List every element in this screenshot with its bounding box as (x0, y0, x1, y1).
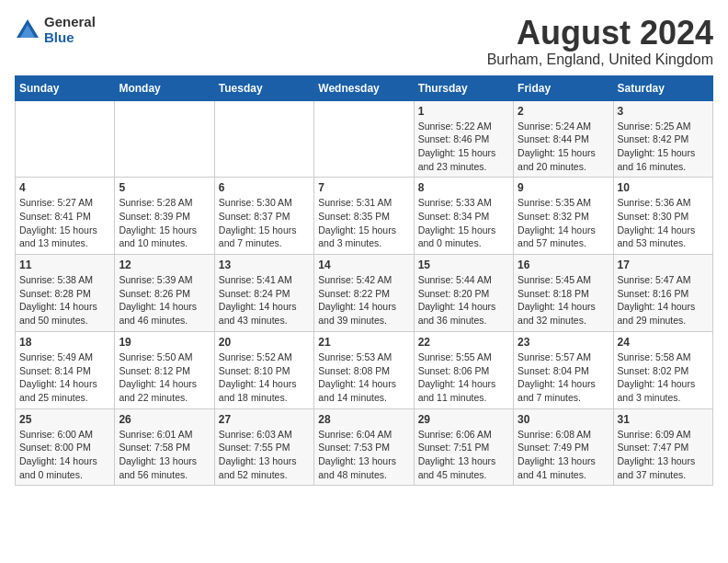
logo: General Blue (15, 15, 96, 45)
day-cell: 7Sunrise: 5:31 AM Sunset: 8:35 PM Daylig… (314, 178, 414, 255)
day-detail: Sunrise: 5:39 AM Sunset: 8:26 PM Dayligh… (119, 273, 210, 327)
header-cell-monday: Monday (115, 75, 214, 100)
day-number: 11 (19, 259, 110, 271)
day-detail: Sunrise: 6:06 AM Sunset: 7:51 PM Dayligh… (418, 428, 509, 482)
day-number: 15 (418, 259, 509, 271)
day-cell: 2Sunrise: 5:24 AM Sunset: 8:44 PM Daylig… (514, 100, 613, 178)
day-detail: Sunrise: 5:25 AM Sunset: 8:42 PM Dayligh… (618, 120, 709, 174)
day-cell: 17Sunrise: 5:47 AM Sunset: 8:16 PM Dayli… (613, 255, 712, 332)
header-cell-sunday: Sunday (16, 75, 115, 100)
day-cell: 5Sunrise: 5:28 AM Sunset: 8:39 PM Daylig… (115, 178, 214, 255)
day-detail: Sunrise: 5:53 AM Sunset: 8:08 PM Dayligh… (318, 350, 409, 405)
week-row-3: 11Sunrise: 5:38 AM Sunset: 8:28 PM Dayli… (16, 255, 713, 332)
location-subtitle: Burham, England, United Kingdom (487, 52, 713, 68)
day-cell: 18Sunrise: 5:49 AM Sunset: 8:14 PM Dayli… (16, 331, 115, 408)
day-cell: 14Sunrise: 5:42 AM Sunset: 8:22 PM Dayli… (314, 255, 414, 332)
header-cell-friday: Friday (514, 75, 613, 100)
day-cell: 21Sunrise: 5:53 AM Sunset: 8:08 PM Dayli… (314, 331, 414, 408)
logo-icon (15, 17, 40, 43)
day-detail: Sunrise: 6:09 AM Sunset: 7:47 PM Dayligh… (618, 428, 709, 482)
month-year-title: August 2024 (487, 15, 713, 52)
day-detail: Sunrise: 5:49 AM Sunset: 8:14 PM Dayligh… (19, 350, 110, 405)
day-cell: 15Sunrise: 5:44 AM Sunset: 8:20 PM Dayli… (414, 255, 513, 332)
day-detail: Sunrise: 5:47 AM Sunset: 8:16 PM Dayligh… (618, 273, 709, 327)
day-detail: Sunrise: 5:36 AM Sunset: 8:30 PM Dayligh… (618, 196, 709, 250)
day-cell: 26Sunrise: 6:01 AM Sunset: 7:58 PM Dayli… (115, 408, 214, 486)
day-cell: 8Sunrise: 5:33 AM Sunset: 8:34 PM Daylig… (414, 178, 513, 255)
day-detail: Sunrise: 5:35 AM Sunset: 8:32 PM Dayligh… (518, 196, 609, 250)
logo-general: General (44, 15, 96, 30)
day-cell (214, 100, 313, 178)
day-number: 22 (418, 336, 509, 349)
title-block: August 2024 Burham, England, United King… (487, 15, 713, 68)
day-detail: Sunrise: 5:50 AM Sunset: 8:12 PM Dayligh… (119, 350, 210, 405)
day-number: 23 (518, 336, 609, 349)
page-header: General Blue August 2024 Burham, England… (15, 15, 713, 68)
day-detail: Sunrise: 5:31 AM Sunset: 8:35 PM Dayligh… (318, 196, 409, 250)
header-cell-wednesday: Wednesday (314, 75, 414, 100)
day-cell: 13Sunrise: 5:41 AM Sunset: 8:24 PM Dayli… (214, 255, 313, 332)
day-cell: 22Sunrise: 5:55 AM Sunset: 8:06 PM Dayli… (414, 331, 513, 408)
day-cell: 28Sunrise: 6:04 AM Sunset: 7:53 PM Dayli… (314, 408, 414, 486)
day-number: 18 (19, 336, 110, 349)
day-cell: 31Sunrise: 6:09 AM Sunset: 7:47 PM Dayli… (613, 408, 712, 486)
day-number: 26 (119, 413, 210, 426)
day-detail: Sunrise: 6:04 AM Sunset: 7:53 PM Dayligh… (318, 428, 409, 482)
header-cell-thursday: Thursday (414, 75, 513, 100)
day-number: 21 (318, 336, 409, 349)
day-cell (16, 100, 115, 178)
calendar-header: SundayMondayTuesdayWednesdayThursdayFrid… (16, 75, 713, 100)
week-row-5: 25Sunrise: 6:00 AM Sunset: 8:00 PM Dayli… (16, 408, 713, 486)
logo-blue: Blue (44, 30, 96, 46)
week-row-1: 1Sunrise: 5:22 AM Sunset: 8:46 PM Daylig… (16, 100, 713, 178)
week-row-4: 18Sunrise: 5:49 AM Sunset: 8:14 PM Dayli… (16, 331, 713, 408)
day-detail: Sunrise: 5:27 AM Sunset: 8:41 PM Dayligh… (19, 196, 110, 250)
day-cell: 24Sunrise: 5:58 AM Sunset: 8:02 PM Dayli… (613, 331, 712, 408)
day-detail: Sunrise: 5:57 AM Sunset: 8:04 PM Dayligh… (518, 350, 609, 405)
logo-text: General Blue (44, 15, 96, 45)
day-cell: 9Sunrise: 5:35 AM Sunset: 8:32 PM Daylig… (514, 178, 613, 255)
day-cell: 16Sunrise: 5:45 AM Sunset: 8:18 PM Dayli… (514, 255, 613, 332)
day-detail: Sunrise: 5:41 AM Sunset: 8:24 PM Dayligh… (219, 273, 310, 327)
day-number: 27 (219, 413, 310, 426)
day-detail: Sunrise: 6:01 AM Sunset: 7:58 PM Dayligh… (119, 428, 210, 482)
day-number: 1 (418, 105, 509, 118)
week-row-2: 4Sunrise: 5:27 AM Sunset: 8:41 PM Daylig… (16, 178, 713, 255)
day-number: 30 (518, 413, 609, 426)
calendar-body: 1Sunrise: 5:22 AM Sunset: 8:46 PM Daylig… (16, 100, 713, 486)
day-detail: Sunrise: 5:33 AM Sunset: 8:34 PM Dayligh… (418, 196, 509, 250)
day-number: 29 (418, 413, 509, 426)
day-number: 10 (618, 181, 709, 194)
header-row: SundayMondayTuesdayWednesdayThursdayFrid… (16, 75, 713, 100)
day-detail: Sunrise: 5:45 AM Sunset: 8:18 PM Dayligh… (518, 273, 609, 327)
day-number: 5 (119, 181, 210, 194)
day-cell: 11Sunrise: 5:38 AM Sunset: 8:28 PM Dayli… (16, 255, 115, 332)
day-cell (314, 100, 414, 178)
day-number: 12 (119, 259, 210, 271)
day-detail: Sunrise: 5:22 AM Sunset: 8:46 PM Dayligh… (418, 120, 509, 174)
day-number: 16 (518, 259, 609, 271)
day-number: 20 (219, 336, 310, 349)
header-cell-tuesday: Tuesday (214, 75, 313, 100)
day-number: 7 (318, 181, 409, 194)
calendar-table: SundayMondayTuesdayWednesdayThursdayFrid… (15, 75, 713, 487)
day-detail: Sunrise: 6:00 AM Sunset: 8:00 PM Dayligh… (19, 428, 110, 482)
day-number: 9 (518, 181, 609, 194)
day-number: 2 (518, 105, 609, 118)
day-number: 6 (219, 181, 310, 194)
day-detail: Sunrise: 5:38 AM Sunset: 8:28 PM Dayligh… (19, 273, 110, 327)
header-cell-saturday: Saturday (613, 75, 712, 100)
day-number: 17 (618, 259, 709, 271)
day-number: 13 (219, 259, 310, 271)
day-detail: Sunrise: 5:52 AM Sunset: 8:10 PM Dayligh… (219, 350, 310, 405)
day-cell: 20Sunrise: 5:52 AM Sunset: 8:10 PM Dayli… (214, 331, 313, 408)
day-detail: Sunrise: 5:42 AM Sunset: 8:22 PM Dayligh… (318, 273, 409, 327)
day-cell: 30Sunrise: 6:08 AM Sunset: 7:49 PM Dayli… (514, 408, 613, 486)
day-cell: 4Sunrise: 5:27 AM Sunset: 8:41 PM Daylig… (16, 178, 115, 255)
day-detail: Sunrise: 5:58 AM Sunset: 8:02 PM Dayligh… (618, 350, 709, 405)
day-cell (115, 100, 214, 178)
day-cell: 25Sunrise: 6:00 AM Sunset: 8:00 PM Dayli… (16, 408, 115, 486)
day-detail: Sunrise: 5:55 AM Sunset: 8:06 PM Dayligh… (418, 350, 509, 405)
day-detail: Sunrise: 5:24 AM Sunset: 8:44 PM Dayligh… (518, 120, 609, 174)
day-number: 8 (418, 181, 509, 194)
